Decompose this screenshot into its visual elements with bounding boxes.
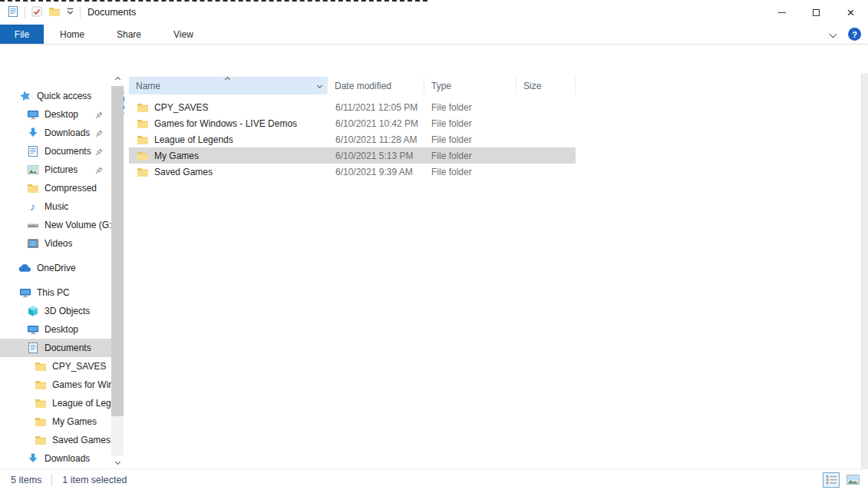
cloud-icon xyxy=(18,262,31,274)
column-header-type[interactable]: Type xyxy=(424,77,517,94)
close-button[interactable]: × xyxy=(833,0,868,25)
ribbon-right-controls: ? xyxy=(830,25,868,44)
sidebar-item-documents-qa[interactable]: Documents xyxy=(0,142,111,161)
large-icons-view-button[interactable] xyxy=(844,472,861,488)
column-headers: Name Date modified Type Size xyxy=(129,77,576,94)
file-explorer-window: Documents × File Home Share View ? Docum… xyxy=(0,0,868,490)
sidebar-item-new-volume[interactable]: New Volume (G: xyxy=(0,216,111,234)
picture-icon xyxy=(26,164,39,176)
download-arrow-icon xyxy=(26,127,39,139)
sidebar-item-this-pc[interactable]: This PC xyxy=(0,283,111,302)
minimize-icon xyxy=(778,12,786,13)
minimize-button[interactable] xyxy=(764,0,799,25)
file-rows: CPY_SAVES 6/11/2021 12:05 PM File folder… xyxy=(129,99,576,180)
sidebar-item-3d-objects[interactable]: 3D Objects xyxy=(0,302,111,320)
file-date: 6/10/2021 11:28 AM xyxy=(328,134,424,145)
sidebar-item-pictures-qa[interactable]: Pictures xyxy=(0,161,111,179)
file-name: My Games xyxy=(154,151,199,161)
monitor-icon xyxy=(26,323,39,336)
file-row-saved-games[interactable]: Saved Games 6/10/2021 9:39 AM File folde… xyxy=(129,164,576,180)
column-header-size[interactable]: Size xyxy=(517,77,576,94)
column-header-date-modified[interactable]: Date modified xyxy=(328,77,424,94)
sidebar-item-games-for-windows[interactable]: Games for Win xyxy=(0,376,111,394)
header-filter-chevron-icon[interactable] xyxy=(317,83,322,88)
folder-icon xyxy=(137,150,149,162)
separator xyxy=(80,7,81,18)
folder-icon xyxy=(137,118,149,130)
scrollbar-thumb[interactable] xyxy=(111,86,124,416)
monitor-icon xyxy=(18,286,31,299)
documents-window-icon[interactable] xyxy=(7,5,19,20)
file-name: Saved Games xyxy=(154,167,213,177)
content-scrollbar-gutter xyxy=(861,73,868,468)
sidebar-item-my-games[interactable]: My Games xyxy=(0,412,111,431)
music-note-icon: ♪ xyxy=(26,200,39,213)
cube-icon xyxy=(26,305,39,317)
file-row-league-of-legends[interactable]: League of Legends 6/10/2021 11:28 AM Fil… xyxy=(129,131,576,147)
scroll-down-button[interactable] xyxy=(111,455,124,468)
tab-home[interactable]: Home xyxy=(44,25,101,44)
pin-icon xyxy=(95,166,103,174)
help-button[interactable]: ? xyxy=(848,28,861,41)
sidebar-item-onedrive[interactable]: OneDrive xyxy=(0,259,111,277)
details-view-button[interactable] xyxy=(823,472,840,488)
large-icons-view-icon xyxy=(847,475,860,485)
file-row-games-for-windows[interactable]: Games for Windows - LIVE Demos 6/10/2021… xyxy=(129,115,576,131)
sidebar-item-downloads-pc[interactable]: Downloads xyxy=(0,449,111,468)
title-bar: Documents × xyxy=(0,0,868,25)
folder-icon xyxy=(137,101,149,114)
pin-icon xyxy=(95,111,103,118)
column-header-name[interactable]: Name xyxy=(129,77,328,94)
file-name: League of Legends xyxy=(154,134,233,145)
monitor-icon xyxy=(26,108,39,121)
file-type: File folder xyxy=(424,118,517,129)
ribbon-tabs: File Home Share View ? xyxy=(0,25,868,45)
tab-file[interactable]: File xyxy=(0,25,44,44)
sidebar-item-compressed[interactable]: Compressed xyxy=(0,179,111,197)
sidebar-item-cpy-saves[interactable]: CPY_SAVES xyxy=(0,357,111,376)
sidebar-item-quick-access[interactable]: Quick access xyxy=(0,87,111,105)
maximize-icon xyxy=(813,9,820,16)
window-title: Documents xyxy=(87,7,136,18)
close-icon: × xyxy=(847,6,855,19)
sidebar-item-desktop-qa[interactable]: Desktop xyxy=(0,105,111,124)
qat-properties-check-icon[interactable] xyxy=(31,5,43,20)
folder-icon xyxy=(34,360,47,372)
separator xyxy=(25,7,25,18)
folder-icon xyxy=(137,166,149,178)
tab-view[interactable]: View xyxy=(157,25,210,44)
folder-icon xyxy=(34,416,47,428)
sidebar-item-music[interactable]: ♪ Music xyxy=(0,197,111,216)
sort-ascending-icon xyxy=(225,77,230,82)
sidebar-item-league-of-legends[interactable]: League of Lege xyxy=(0,394,111,412)
file-date: 6/11/2021 12:05 PM xyxy=(328,102,424,113)
folder-icon xyxy=(34,397,47,409)
file-date: 6/10/2021 10:42 PM xyxy=(328,118,424,129)
file-name: Games for Windows - LIVE Demos xyxy=(154,118,297,129)
sidebar-item-saved-games[interactable]: Saved Games xyxy=(0,431,111,449)
window-controls: × xyxy=(764,0,868,25)
items-count: 5 items xyxy=(11,475,41,485)
sidebar-item-downloads-qa[interactable]: Downloads xyxy=(0,124,111,142)
sidebar-item-documents-pc[interactable]: Documents xyxy=(0,339,111,357)
qat-customize-dropdown-icon[interactable] xyxy=(66,7,74,18)
quick-access-star-icon xyxy=(18,90,31,102)
folder-icon xyxy=(137,134,149,146)
sidebar-scrollbar[interactable] xyxy=(111,73,124,468)
file-row-my-games-selected[interactable]: My Games 6/10/2021 5:13 PM File folder xyxy=(129,147,576,164)
sidebar-item-desktop-pc[interactable]: Desktop xyxy=(0,320,111,339)
pin-icon xyxy=(95,129,103,137)
pin-icon xyxy=(95,147,103,155)
navigation-pane: Quick access Desktop Downloads Documents… xyxy=(0,73,111,468)
file-type: File folder xyxy=(424,134,517,145)
ribbon-collapse-chevron-icon[interactable] xyxy=(830,31,837,38)
document-icon xyxy=(26,145,39,157)
file-row-cpy-saves[interactable]: CPY_SAVES 6/11/2021 12:05 PM File folder xyxy=(129,99,576,115)
scroll-up-button[interactable] xyxy=(111,73,124,86)
maximize-button[interactable] xyxy=(799,0,833,25)
qat-new-folder-icon[interactable] xyxy=(48,5,61,20)
sidebar-item-videos[interactable]: Videos xyxy=(0,234,111,253)
file-type: File folder xyxy=(424,151,517,161)
separator xyxy=(51,475,52,485)
tab-share[interactable]: Share xyxy=(101,25,157,44)
